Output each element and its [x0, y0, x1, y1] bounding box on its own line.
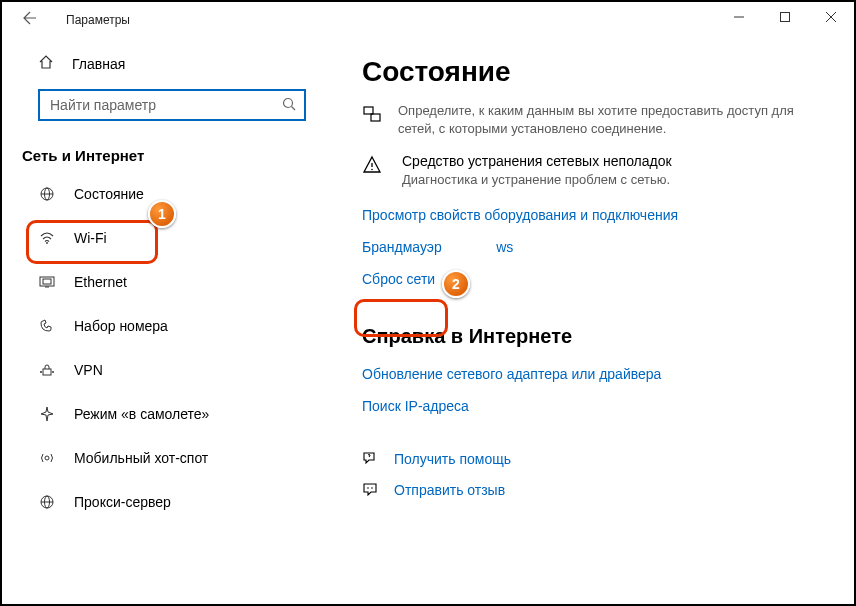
link-hw-properties[interactable]: Просмотр свойств оборудования и подключе… [362, 199, 678, 231]
svg-point-24 [371, 487, 373, 489]
svg-rect-19 [364, 107, 373, 114]
section-header: Сеть и Интернет [2, 135, 322, 172]
search-input[interactable] [48, 96, 282, 114]
status-icon [38, 186, 56, 202]
titlebar: Параметры [2, 2, 854, 38]
sidebar-item-label: VPN [74, 362, 103, 378]
feedback-icon [362, 481, 380, 500]
sidebar-item-label: Мобильный хот-спот [74, 450, 208, 466]
vpn-icon [38, 362, 56, 378]
svg-point-13 [40, 371, 42, 373]
svg-point-15 [45, 456, 49, 460]
search-box[interactable] [38, 89, 306, 121]
svg-point-22 [371, 169, 373, 171]
svg-line-3 [292, 106, 296, 110]
proxy-icon [38, 494, 56, 510]
link-get-help[interactable]: Получить помощь [362, 444, 814, 475]
wifi-icon [38, 230, 56, 246]
svg-point-14 [52, 371, 54, 373]
sidebar-item-hotspot[interactable]: Мобильный хот-спот [2, 436, 322, 480]
warning-icon [362, 153, 386, 189]
sidebar: Главная Сеть и Интернет Состояние Wi-Fi [2, 38, 322, 604]
sidebar-item-label: Прокси-сервер [74, 494, 171, 510]
sharing-desc: Определите, к каким данным вы хотите пре… [398, 102, 814, 137]
sidebar-item-ethernet[interactable]: Ethernet [2, 260, 322, 304]
sidebar-item-label: Wi-Fi [74, 230, 107, 246]
home-link[interactable]: Главная [2, 44, 322, 83]
maximize-button[interactable] [762, 2, 808, 32]
svg-rect-1 [781, 13, 790, 22]
chat-icon [362, 450, 380, 469]
page-title: Состояние [362, 56, 814, 88]
svg-rect-12 [43, 369, 51, 375]
home-icon [38, 54, 54, 73]
hotspot-icon [38, 450, 56, 466]
sidebar-item-label: Набор номера [74, 318, 168, 334]
link-label: Отправить отзыв [394, 482, 505, 498]
sidebar-item-status[interactable]: Состояние [2, 172, 322, 216]
svg-point-7 [46, 242, 48, 244]
sidebar-item-label: Ethernet [74, 274, 127, 290]
svg-rect-8 [40, 277, 54, 286]
arrow-left-icon [20, 10, 36, 26]
close-button[interactable] [808, 2, 854, 32]
help-section-title: Справка в Интернете [362, 325, 814, 348]
home-label: Главная [72, 56, 125, 72]
sidebar-item-vpn[interactable]: VPN [2, 348, 322, 392]
dialup-icon [38, 318, 56, 334]
link-network-reset[interactable]: Сброс сети [362, 263, 435, 295]
sidebar-item-label: Состояние [74, 186, 144, 202]
sidebar-item-wifi[interactable]: Wi-Fi [2, 216, 322, 260]
troubleshoot-title: Средство устранения сетевых неполадок [402, 153, 672, 169]
link-firewall-prefix: Брандмауэр [362, 239, 442, 255]
link-feedback[interactable]: Отправить отзыв [362, 475, 814, 506]
sharing-icon [362, 102, 382, 137]
svg-point-23 [367, 487, 369, 489]
link-firewall[interactable]: Брандмауэр XXXXX ws [362, 231, 513, 263]
troubleshoot-row[interactable]: Средство устранения сетевых неполадок Ди… [362, 147, 814, 199]
sidebar-item-dialup[interactable]: Набор номера [2, 304, 322, 348]
minimize-button[interactable] [716, 2, 762, 32]
sidebar-item-airplane[interactable]: Режим «в самолете» [2, 392, 322, 436]
search-icon [282, 97, 296, 114]
svg-rect-9 [43, 279, 51, 284]
window-controls [716, 2, 854, 32]
sidebar-item-label: Режим «в самолете» [74, 406, 209, 422]
link-firewall-suffix: ws [496, 239, 513, 255]
link-update-adapter[interactable]: Обновление сетевого адаптера или драйвер… [362, 358, 661, 390]
sidebar-item-proxy[interactable]: Прокси-сервер [2, 480, 322, 524]
svg-point-2 [284, 98, 293, 107]
ethernet-icon [38, 274, 56, 290]
window-title: Параметры [66, 13, 130, 27]
link-label: Получить помощь [394, 451, 511, 467]
airplane-icon [38, 406, 56, 422]
back-button[interactable] [20, 10, 42, 31]
link-find-ip[interactable]: Поиск IP-адреса [362, 390, 469, 422]
sharing-row: Определите, к каким данным вы хотите пре… [362, 96, 814, 147]
main-panel: Состояние Определите, к каким данным вы … [322, 38, 854, 604]
troubleshoot-desc: Диагностика и устранение проблем с сетью… [402, 171, 672, 189]
svg-rect-20 [371, 114, 380, 121]
